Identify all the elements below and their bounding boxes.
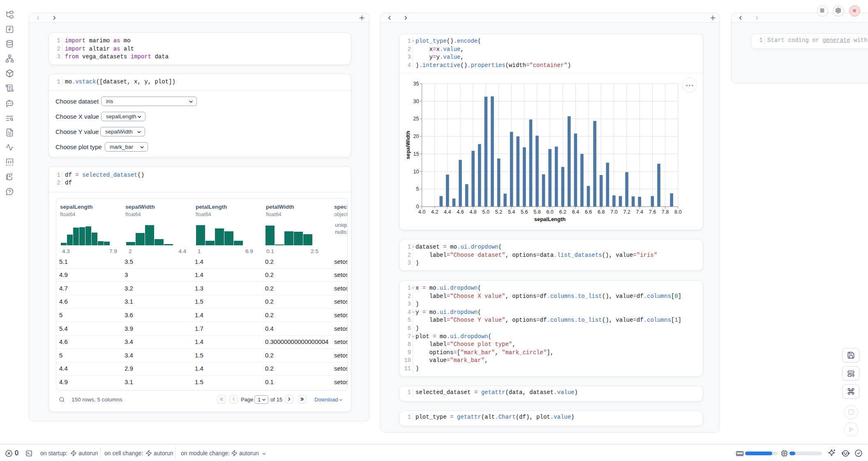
svg-text:7.4: 7.4 bbox=[636, 210, 643, 215]
svg-text:5.6: 5.6 bbox=[521, 210, 528, 215]
svg-text:6.0: 6.0 bbox=[546, 210, 553, 215]
svg-text:4.2: 4.2 bbox=[431, 210, 438, 215]
svg-text:15: 15 bbox=[413, 151, 419, 157]
svg-text:5.0: 5.0 bbox=[482, 210, 489, 215]
svg-text:30: 30 bbox=[413, 99, 419, 104]
svg-text:4.6: 4.6 bbox=[457, 210, 464, 215]
svg-text:7.8: 7.8 bbox=[662, 210, 669, 215]
svg-text:7.6: 7.6 bbox=[649, 210, 656, 215]
svg-text:sepalLength: sepalLength bbox=[534, 216, 566, 222]
svg-text:7.2: 7.2 bbox=[623, 210, 630, 215]
svg-text:10: 10 bbox=[413, 169, 419, 175]
svg-text:4.0: 4.0 bbox=[418, 210, 425, 215]
svg-text:6.2: 6.2 bbox=[559, 210, 566, 215]
svg-text:6.4: 6.4 bbox=[572, 210, 579, 215]
svg-text:5: 5 bbox=[416, 187, 419, 192]
svg-text:5.8: 5.8 bbox=[533, 210, 540, 215]
svg-text:20: 20 bbox=[413, 134, 419, 140]
svg-text:sepalWidth: sepalWidth bbox=[405, 131, 411, 159]
svg-text:25: 25 bbox=[413, 116, 419, 122]
svg-text:8.0: 8.0 bbox=[674, 210, 681, 215]
svg-text:4.4: 4.4 bbox=[444, 210, 451, 215]
svg-text:6.6: 6.6 bbox=[585, 210, 592, 215]
svg-text:6.8: 6.8 bbox=[598, 210, 605, 215]
svg-text:5.2: 5.2 bbox=[495, 210, 502, 215]
svg-text:0: 0 bbox=[416, 204, 419, 210]
svg-text:5.4: 5.4 bbox=[508, 210, 515, 215]
svg-text:4.8: 4.8 bbox=[469, 210, 476, 215]
svg-text:7.0: 7.0 bbox=[610, 210, 617, 215]
svg-text:35: 35 bbox=[413, 81, 419, 87]
